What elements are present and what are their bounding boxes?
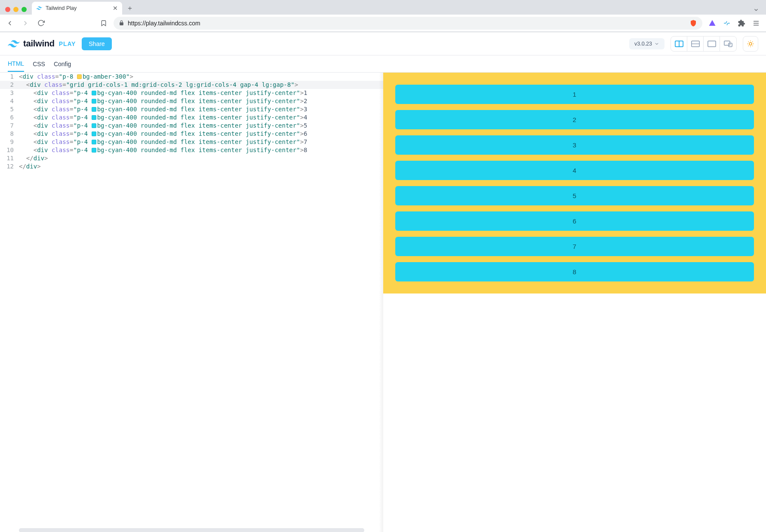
- layout-responsive-button[interactable]: [720, 37, 736, 51]
- preview-item: 7: [395, 237, 754, 256]
- tabs-menu-button[interactable]: [750, 7, 763, 15]
- address-bar[interactable]: https://play.tailwindcss.com: [114, 17, 702, 30]
- line-number: 8: [0, 130, 19, 138]
- line-number: 10: [0, 146, 19, 154]
- preview-pane: 12345678: [383, 73, 766, 532]
- svg-line-18: [752, 41, 753, 42]
- brave-shields-icon[interactable]: [689, 19, 697, 27]
- code-line[interactable]: 2 <div class="grid grid-cols-1 md:grid-c…: [0, 81, 383, 89]
- layout-columns-button[interactable]: [671, 37, 687, 51]
- browser-chrome: Tailwind Play ✕ ＋ https://play.tailwindc…: [0, 0, 766, 32]
- browser-menu-button[interactable]: [751, 18, 762, 29]
- split-pane: 1<div class="p-8 bg-amber-300">2 <div cl…: [0, 73, 766, 532]
- extension-icons: [707, 18, 762, 29]
- preview-container: 12345678: [383, 73, 766, 294]
- lock-icon: [119, 20, 124, 26]
- code-editor[interactable]: 1<div class="p-8 bg-amber-300">2 <div cl…: [0, 73, 383, 528]
- svg-line-13: [748, 41, 749, 42]
- line-number: 5: [0, 105, 19, 113]
- browser-toolbar: https://play.tailwindcss.com: [0, 15, 766, 32]
- share-button[interactable]: Share: [82, 37, 111, 50]
- line-number: 12: [0, 162, 19, 171]
- nav-reload-button[interactable]: [35, 18, 46, 29]
- code-line[interactable]: 8 <div class="p-4 bg-cyan-400 rounded-md…: [0, 130, 383, 138]
- preview-item: 8: [395, 262, 754, 281]
- browser-tab-title: Tailwind Play: [46, 5, 77, 11]
- tailwind-logo-icon: [8, 38, 20, 50]
- preview-item: 5: [395, 186, 754, 205]
- bookmark-button[interactable]: [98, 18, 109, 29]
- chevron-down-icon: [654, 41, 659, 46]
- svg-line-17: [748, 46, 749, 46]
- app-brand: tailwind: [23, 39, 55, 49]
- app-logo[interactable]: tailwind PLAY: [8, 38, 76, 50]
- horizontal-scrollbar[interactable]: [19, 528, 364, 532]
- window-zoom-button[interactable]: [22, 7, 27, 12]
- code-line[interactable]: 6 <div class="p-4 bg-cyan-400 rounded-md…: [0, 113, 383, 122]
- code-line[interactable]: 1<div class="p-8 bg-amber-300">: [0, 73, 383, 81]
- theme-toggle-button[interactable]: [743, 36, 758, 52]
- layout-switcher: [671, 36, 737, 52]
- preview-item: 6: [395, 211, 754, 231]
- app-brand-suffix: PLAY: [59, 40, 76, 47]
- line-number: 1: [0, 73, 19, 81]
- code-line[interactable]: 9 <div class="p-4 bg-cyan-400 rounded-md…: [0, 138, 383, 146]
- version-label: v3.0.23: [634, 41, 652, 47]
- code-line[interactable]: 10 <div class="p-4 bg-cyan-400 rounded-m…: [0, 146, 383, 154]
- preview-item: 1: [395, 85, 754, 104]
- line-number: 4: [0, 97, 19, 105]
- line-number: 2: [0, 81, 19, 89]
- tab-html[interactable]: HTML: [8, 56, 24, 72]
- new-tab-button[interactable]: ＋: [125, 3, 135, 13]
- extension-icon[interactable]: [707, 18, 718, 29]
- extensions-button[interactable]: [736, 18, 747, 29]
- tailwind-favicon-icon: [36, 5, 42, 11]
- nav-forward-button[interactable]: [20, 18, 31, 29]
- code-line[interactable]: 4 <div class="p-4 bg-cyan-400 rounded-md…: [0, 97, 383, 105]
- code-line[interactable]: 11 </div>: [0, 154, 383, 162]
- address-url: https://play.tailwindcss.com: [128, 20, 200, 27]
- line-number: 6: [0, 113, 19, 122]
- browser-tab[interactable]: Tailwind Play ✕: [32, 2, 122, 15]
- line-number: 9: [0, 138, 19, 146]
- line-number: 11: [0, 154, 19, 162]
- preview-item: 2: [395, 110, 754, 129]
- preview-grid: 12345678: [395, 85, 754, 281]
- nav-back-button[interactable]: [4, 18, 15, 29]
- window-close-button[interactable]: [5, 7, 10, 12]
- close-tab-icon[interactable]: ✕: [113, 5, 118, 12]
- app-header: tailwind PLAY Share v3.0.23: [0, 32, 766, 55]
- tab-config[interactable]: Config: [54, 57, 71, 71]
- code-line[interactable]: 3 <div class="p-4 bg-cyan-400 rounded-md…: [0, 89, 383, 97]
- preview-item: 4: [395, 161, 754, 180]
- layout-preview-button[interactable]: [704, 37, 720, 51]
- line-number: 3: [0, 89, 19, 97]
- svg-rect-7: [708, 41, 715, 46]
- vertical-scrollbar[interactable]: [379, 73, 383, 532]
- tab-css[interactable]: CSS: [33, 57, 45, 71]
- extension-icon[interactable]: [721, 18, 732, 29]
- tab-strip: Tailwind Play ✕ ＋: [0, 0, 766, 15]
- preview-item: 3: [395, 135, 754, 155]
- svg-line-14: [752, 46, 753, 46]
- code-line[interactable]: 7 <div class="p-4 bg-cyan-400 rounded-md…: [0, 122, 383, 130]
- line-number: 7: [0, 122, 19, 130]
- version-select[interactable]: v3.0.23: [629, 38, 664, 49]
- layout-rows-button[interactable]: [687, 37, 704, 51]
- svg-point-10: [749, 43, 752, 45]
- code-line[interactable]: 12</div>: [0, 162, 383, 171]
- window-minimize-button[interactable]: [13, 7, 18, 12]
- sun-icon: [747, 40, 754, 48]
- editor-tabs: HTML CSS Config: [0, 55, 766, 73]
- editor-pane: 1<div class="p-8 bg-amber-300">2 <div cl…: [0, 73, 383, 532]
- window-controls: [3, 7, 29, 15]
- code-line[interactable]: 5 <div class="p-4 bg-cyan-400 rounded-md…: [0, 105, 383, 113]
